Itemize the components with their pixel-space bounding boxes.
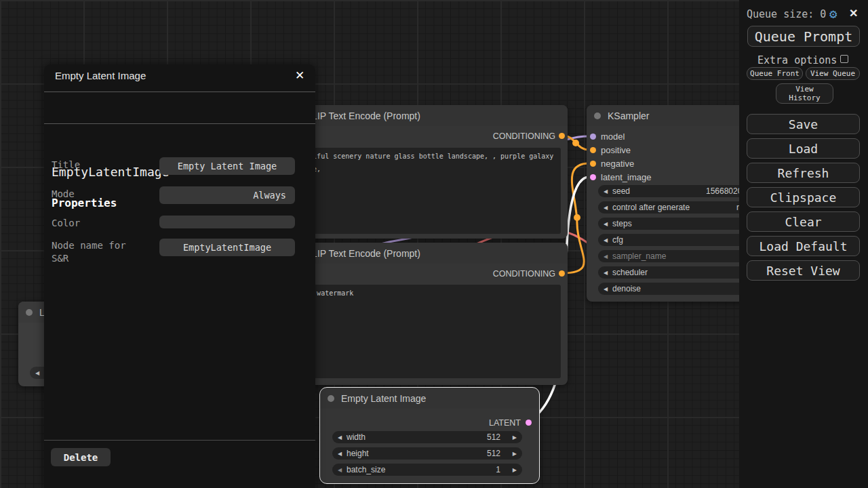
widget-label: sampler_name [612, 250, 666, 262]
node-clip-text-encode-negative[interactable]: CLIP Text Encode (Prompt) CONDITIONING t… [284, 243, 568, 385]
conditioning-output-dot[interactable] [559, 270, 565, 277]
positive-input-label: positive [601, 146, 631, 155]
clipspace-button[interactable]: Clipspace [747, 187, 860, 207]
title-field-label: Title [52, 159, 80, 171]
decrement-arrow-icon[interactable]: ◀ [604, 186, 608, 198]
settings-gear-icon[interactable]: ⚙ [829, 5, 837, 22]
title-field-input[interactable]: Empty Latent Image [159, 157, 295, 175]
widget-label: control after generate [612, 201, 690, 214]
latent-image-input-dot[interactable] [590, 174, 596, 180]
reset-view-button[interactable]: Reset View [747, 260, 860, 281]
node-ksampler[interactable]: KSampler model positive negative latent_… [587, 105, 760, 302]
node-empty-latent-image[interactable]: Empty Latent Image LATENT ◀ width 512 ▶ … [320, 388, 539, 483]
queue-prompt-button[interactable]: Queue Prompt [747, 26, 860, 47]
scheduler-widget[interactable]: ◀ scheduler [598, 266, 751, 279]
control-after-generate-widget[interactable]: ◀ control after generate randomize [598, 201, 751, 214]
delete-button[interactable]: Delete [51, 448, 111, 466]
latent-image-input-label: latent_image [601, 173, 651, 182]
node-title-text: Empty Latent Image [341, 393, 426, 404]
queue-front-button[interactable]: Queue Front [747, 67, 803, 80]
node-clip1-titlebar[interactable]: CLIP Text Encode (Prompt) [284, 105, 568, 126]
node-name-field-label2: S&R [52, 252, 68, 265]
collapse-dot-icon[interactable] [328, 395, 334, 402]
decrement-arrow-icon[interactable]: ◀ [604, 202, 608, 214]
collapse-dot-icon[interactable] [26, 309, 33, 316]
width-widget[interactable]: ◀ width 512 ▶ [332, 431, 522, 443]
conditioning-output-label: CONDITIONING [493, 269, 555, 279]
cfg-widget[interactable]: ◀ cfg [598, 234, 751, 246]
mode-field-input[interactable]: Always [159, 186, 295, 204]
decrement-arrow-icon[interactable]: ◀ [338, 464, 342, 476]
decrement-arrow-icon[interactable]: ◀ [338, 448, 342, 460]
sampler-name-widget[interactable]: ◀ sampler_name [598, 250, 751, 262]
widget-label: scheduler [612, 266, 648, 279]
node-eli-titlebar[interactable]: Empty Latent Image [320, 388, 539, 409]
close-icon[interactable]: ✕ [849, 7, 858, 20]
decrement-arrow-icon[interactable]: ◀ [604, 283, 608, 296]
conditioning-output-label: CONDITIONING [493, 131, 555, 141]
close-icon[interactable]: ✕ [292, 68, 307, 83]
color-field-input[interactable] [159, 216, 295, 228]
node-name-field-input[interactable]: EmptyLatentImage [159, 239, 295, 256]
positive-input-dot[interactable] [590, 147, 596, 153]
node-title-text: KSampler [608, 110, 649, 121]
node-title-text: CLIP Text Encode (Prompt) [305, 248, 420, 259]
view-history-line1: View [795, 85, 814, 94]
decrement-arrow-icon[interactable]: ◀ [35, 367, 39, 380]
decrement-arrow-icon[interactable]: ◀ [338, 432, 342, 444]
view-queue-button[interactable]: View Queue [806, 67, 860, 80]
node-clip2-titlebar[interactable]: CLIP Text Encode (Prompt) [284, 243, 568, 264]
node-clip-text-encode-positive[interactable]: CLIP Text Encode (Prompt) CONDITIONING b… [284, 105, 568, 239]
view-history-button[interactable]: ViewHistory [776, 83, 833, 104]
negative-input-dot[interactable] [590, 161, 596, 167]
mode-field-label: Mode [52, 188, 75, 201]
decrement-arrow-icon[interactable]: ◀ [604, 235, 608, 247]
widget-label: steps [612, 218, 632, 230]
divider [44, 92, 315, 92]
steps-widget[interactable]: ◀ steps [598, 218, 751, 230]
batch-size-widget[interactable]: ◀ batch_size 1 ▶ [332, 464, 522, 476]
decrement-arrow-icon[interactable]: ◀ [604, 218, 608, 230]
model-input-label: model [601, 132, 625, 141]
widget-value: 512 [487, 447, 500, 460]
latent-output-label: LATENT [489, 418, 521, 428]
refresh-button[interactable]: Refresh [747, 163, 860, 183]
divider [44, 440, 315, 441]
queue-size-label: Queue size: 0 [747, 8, 826, 20]
widget-label: height [347, 447, 369, 460]
widget-label: denoise [612, 283, 641, 295]
conditioning-output-dot[interactable] [559, 133, 565, 139]
increment-arrow-icon[interactable]: ▶ [513, 464, 517, 476]
widget-value: 1 [496, 464, 500, 476]
denoise-widget[interactable]: ◀ denoise [598, 283, 751, 295]
comfy-menu-panel: Queue size: 0 ⚙ ✕ Queue Prompt Extra opt… [739, 0, 868, 488]
clear-button[interactable]: Clear [747, 211, 860, 232]
widget-value: 512 [487, 431, 500, 443]
widget-label: seed [612, 185, 630, 197]
load-default-button[interactable]: Load Default [747, 236, 860, 256]
view-history-line2: History [789, 94, 820, 102]
height-widget[interactable]: ◀ height 512 ▶ [332, 447, 522, 460]
positive-prompt-textarea[interactable]: beautiful scenery nature glass bottle la… [288, 148, 561, 234]
widget-label: width [347, 431, 366, 443]
model-input-dot[interactable] [590, 134, 596, 140]
prompt-line1: beautiful scenery nature glass bottle la… [292, 152, 553, 160]
decrement-arrow-icon[interactable]: ◀ [604, 251, 608, 263]
negative-input-label: negative [601, 159, 634, 168]
widget-label: cfg [612, 234, 623, 246]
comfyui-app: Load Checkpoint ◀ ckpt_name CLIP Text En… [0, 0, 868, 488]
load-button[interactable]: Load [747, 138, 860, 159]
save-button[interactable]: Save [747, 114, 860, 134]
latent-output-dot[interactable] [526, 420, 532, 426]
dialog-title: Empty Latent Image [55, 70, 146, 81]
increment-arrow-icon[interactable]: ▶ [513, 432, 517, 444]
extra-options-checkbox[interactable] [840, 55, 848, 63]
node-ksampler-titlebar[interactable]: KSampler [587, 105, 760, 126]
decrement-arrow-icon[interactable]: ◀ [604, 267, 608, 279]
collapse-dot-icon[interactable] [594, 113, 601, 119]
color-field-label: Color [52, 217, 80, 230]
negative-prompt-textarea[interactable]: text, watermark [288, 285, 561, 378]
seed-widget[interactable]: ◀ seed 15668020871 [598, 185, 751, 197]
increment-arrow-icon[interactable]: ▶ [513, 448, 517, 460]
divider [44, 123, 315, 124]
